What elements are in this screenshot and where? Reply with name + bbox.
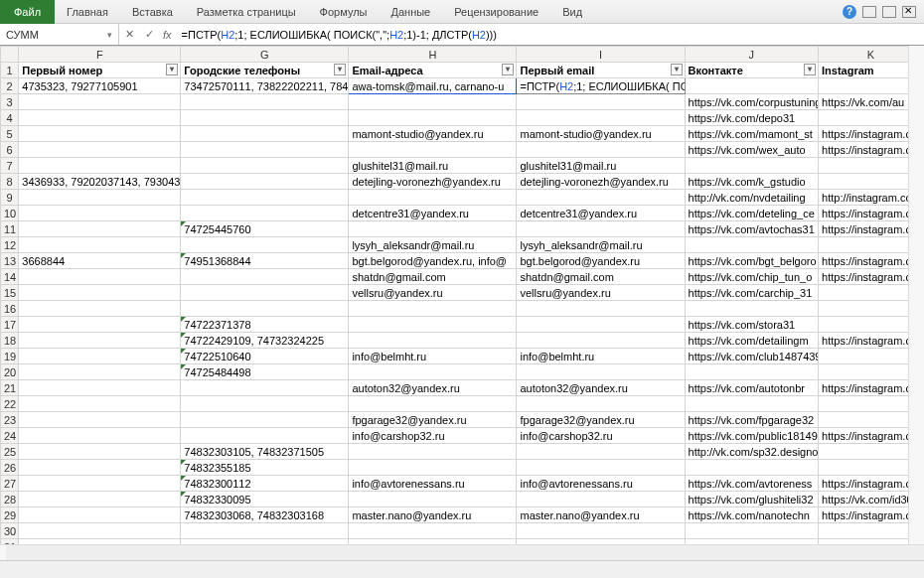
cell[interactable]: info@avtorenessans.ru [517, 476, 685, 492]
cell[interactable] [181, 94, 349, 110]
cell[interactable] [517, 317, 685, 333]
cell[interactable] [685, 78, 818, 94]
cell[interactable] [19, 126, 181, 142]
cell[interactable]: 74832355185 [181, 460, 349, 476]
cell[interactable]: 74951368844 [181, 253, 349, 269]
ribbon-tab[interactable]: Рецензирование [442, 2, 550, 22]
vertical-scrollbar[interactable] [908, 46, 924, 544]
cell[interactable] [19, 317, 181, 333]
row-header[interactable]: 18 [1, 333, 19, 349]
cell[interactable]: https://vk.com/k_gstudio [685, 174, 818, 190]
cell[interactable]: info@avtorenessans.ru [349, 476, 517, 492]
row-header[interactable]: 8 [1, 174, 19, 190]
row-header[interactable]: 20 [1, 364, 19, 380]
cell[interactable]: https://vk.com/detailingm [685, 333, 818, 349]
row-header[interactable]: 14 [1, 269, 19, 285]
cell[interactable]: autoton32@yandex.ru [349, 380, 517, 396]
cell[interactable]: 73472570111, 73822202211, 7846 [181, 78, 349, 94]
row-header[interactable]: 2 [1, 78, 19, 94]
cell[interactable]: https://vk.com/carchip_31 [685, 285, 818, 301]
row-header[interactable]: 17 [1, 317, 19, 333]
cell[interactable]: https://vk.com/bgt_belgoro [685, 253, 818, 269]
cell[interactable]: 3668844 [19, 253, 181, 269]
cell[interactable] [181, 396, 349, 412]
row-header[interactable]: 16 [1, 301, 19, 317]
cell[interactable] [19, 349, 181, 364]
cell[interactable]: bgt.belgorod@yandex.ru [517, 253, 685, 269]
cell[interactable] [19, 444, 181, 460]
cell[interactable]: https://vk.com/depo31 [685, 110, 818, 126]
cell[interactable]: https://vk.com/chip_tun_o [685, 269, 818, 285]
cell[interactable] [19, 380, 181, 396]
cell[interactable]: https://vk.com/mamont_st [685, 126, 818, 142]
row-header[interactable]: 7 [1, 158, 19, 174]
active-cell-editing[interactable]: =ПСТР(H2;1; ЕСЛИОШИБКА( ПОИСК(",";H2;1)-… [517, 78, 685, 94]
cell[interactable]: https://vk.com/avtochas31 [685, 221, 818, 237]
cell[interactable] [19, 412, 181, 428]
filter-dropdown-icon[interactable]: ▾ [804, 64, 816, 75]
cell[interactable]: bgt.belgorod@yandex.ru, info@ [349, 253, 517, 269]
cell[interactable]: 74832303068, 74832303168 [181, 507, 349, 523]
row-header[interactable]: 15 [1, 285, 19, 301]
row-header[interactable]: 3 [1, 94, 19, 110]
cell[interactable]: 74722510640 [181, 349, 349, 364]
cell[interactable]: https://vk.com/nanotechn [685, 507, 818, 523]
cell[interactable] [19, 110, 181, 126]
cell[interactable] [349, 460, 517, 476]
cell[interactable] [181, 285, 349, 301]
cell[interactable]: glushitel31@mail.ru [349, 158, 517, 174]
cell[interactable] [517, 460, 685, 476]
cell[interactable] [19, 221, 181, 237]
cell[interactable] [349, 333, 517, 349]
table-header-cell[interactable]: Городские телефоны▾ [181, 63, 349, 78]
cell[interactable] [517, 190, 685, 206]
row-header[interactable]: 4 [1, 110, 19, 126]
cell[interactable] [19, 142, 181, 158]
cell[interactable] [685, 237, 818, 253]
cell[interactable]: vellsru@yandex.ru [349, 285, 517, 301]
cell[interactable] [19, 364, 181, 380]
row-header[interactable]: 11 [1, 221, 19, 237]
cell[interactable] [517, 142, 685, 158]
cell[interactable] [19, 396, 181, 412]
cell[interactable] [517, 221, 685, 237]
cell[interactable]: 74722371378 [181, 317, 349, 333]
cell[interactable]: detcentre31@yandex.ru [517, 206, 685, 221]
cell[interactable] [19, 523, 181, 539]
cell[interactable] [349, 142, 517, 158]
cell[interactable] [19, 492, 181, 507]
cell[interactable] [685, 460, 818, 476]
cell[interactable] [685, 364, 818, 380]
cell[interactable] [517, 301, 685, 317]
cell[interactable]: master.nano@yandex.ru [517, 507, 685, 523]
row-header[interactable]: 5 [1, 126, 19, 142]
cell[interactable] [19, 190, 181, 206]
horizontal-scrollbar[interactable] [6, 545, 924, 560]
column-header[interactable]: I [517, 47, 685, 63]
cell[interactable] [181, 126, 349, 142]
cell[interactable]: https://vk.com/fpgarage32 [685, 412, 818, 428]
cell[interactable]: 74722429109, 74732324225 [181, 333, 349, 349]
cell[interactable]: lysyh_aleksandr@mail.ru [517, 237, 685, 253]
cell[interactable]: 74725484498 [181, 364, 349, 380]
cell[interactable] [517, 364, 685, 380]
cell[interactable] [349, 221, 517, 237]
cell[interactable]: awa-tomsk@mail.ru, carnano-u [349, 78, 517, 94]
row-header[interactable]: 19 [1, 349, 19, 364]
cell[interactable] [19, 158, 181, 174]
cell[interactable] [181, 190, 349, 206]
cell[interactable] [181, 158, 349, 174]
cell[interactable] [349, 110, 517, 126]
cell[interactable] [19, 269, 181, 285]
cell[interactable]: 4735323, 79277105901 [19, 78, 181, 94]
row-header[interactable]: 13 [1, 253, 19, 269]
filter-dropdown-icon[interactable]: ▾ [334, 64, 346, 75]
file-tab[interactable]: Файл [0, 0, 55, 24]
cell[interactable]: fpgarage32@yandex.ru [349, 412, 517, 428]
cell[interactable] [349, 94, 517, 110]
cell[interactable] [181, 523, 349, 539]
filter-dropdown-icon[interactable]: ▾ [671, 64, 683, 75]
row-header[interactable]: 30 [1, 523, 19, 539]
table-header-cell[interactable]: Вконтакте▾ [685, 63, 818, 78]
row-header[interactable]: 1 [1, 63, 19, 78]
